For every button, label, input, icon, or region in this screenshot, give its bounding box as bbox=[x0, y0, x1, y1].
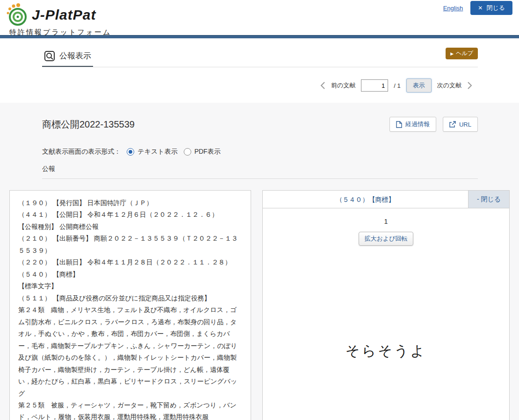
url-button[interactable]: URL bbox=[443, 117, 478, 132]
gazette-line: 【標準文字】 bbox=[18, 280, 242, 292]
display-format-label: 文献表示画面の表示形式： bbox=[42, 148, 121, 156]
gazette-section-divider: 公報 bbox=[42, 164, 478, 179]
progress-info-button[interactable]: 経過情報 bbox=[389, 117, 436, 132]
radio-text-display[interactable]: テキスト表示 bbox=[127, 148, 177, 156]
progress-info-label: 経過情報 bbox=[405, 120, 430, 128]
jplatpat-logo-icon bbox=[5, 3, 29, 27]
gazette-line: （５１１） 【商品及び役務の区分並びに指定商品又は指定役務】 bbox=[18, 292, 242, 304]
tab-label: 公報表示 bbox=[59, 50, 91, 61]
url-button-label: URL bbox=[459, 121, 471, 128]
page-title: 商標公開2022-135539 bbox=[42, 118, 135, 131]
help-button[interactable]: ▶ ヘルプ bbox=[446, 48, 478, 59]
main-content: 商標公開2022-135539 経過情報 URL 文献表示 bbox=[0, 103, 519, 420]
next-document-link[interactable]: 次の文献 bbox=[437, 81, 461, 90]
close-button-label: 閉じる bbox=[486, 4, 505, 12]
english-link[interactable]: English bbox=[443, 5, 463, 12]
tab-gazette-display[interactable]: 公報表示 bbox=[42, 46, 93, 67]
logo-title: J-PlatPat bbox=[32, 7, 96, 23]
gazette-line: （４４１） 【公開日】 令和４年１２月６日（２０２２．１２．６） bbox=[18, 209, 242, 221]
panel-close-button[interactable]: - 閉じる bbox=[468, 191, 509, 208]
page-number-input[interactable] bbox=[361, 79, 388, 92]
help-button-label: ヘルプ bbox=[456, 50, 473, 57]
document-pager: 前の文献 / 1 表示 次の文献 bbox=[0, 78, 472, 103]
page-total-label: / 1 bbox=[394, 82, 400, 89]
show-button[interactable]: 表示 bbox=[406, 78, 432, 93]
gazette-text-panel: （１９０） 【発行国】 日本国特許庁（ＪＰ） （４４１） 【公開日】 令和４年１… bbox=[9, 190, 251, 420]
trademark-text: そらそうよ bbox=[263, 342, 509, 361]
toolbar-section: 公報表示 ▶ ヘルプ 前の文献 / 1 表示 次の文献 bbox=[0, 38, 519, 103]
gazette-line: （２１０） 【出願番号】 商願２０２２－１３５５３９（Ｔ２０２２－１３５５３９） bbox=[18, 233, 242, 256]
jplatpat-logo[interactable]: J-PlatPat 特許情報プラットフォーム bbox=[5, 3, 111, 37]
gazette-section-label: 公報 bbox=[42, 165, 55, 172]
radio-unselected-icon[interactable] bbox=[184, 148, 191, 156]
logo-subtitle: 特許情報プラットフォーム bbox=[9, 28, 111, 37]
display-format-row: 文献表示画面の表示形式： テキスト表示 PDF表示 bbox=[42, 148, 477, 156]
document-icon bbox=[396, 121, 402, 128]
image-number: 1 bbox=[263, 218, 509, 225]
gazette-line: 【公報種別】 公開商標公報 bbox=[18, 221, 242, 233]
chevron-right-icon bbox=[467, 82, 472, 89]
tab-row: 公報表示 ▶ ヘルプ bbox=[42, 46, 478, 67]
radio-selected-icon[interactable] bbox=[127, 148, 134, 156]
app-header: J-PlatPat 特許情報プラットフォーム English ✕ 閉じる bbox=[0, 0, 519, 35]
close-icon: ✕ bbox=[478, 5, 483, 11]
radio-pdf-display[interactable]: PDF表示 bbox=[184, 148, 221, 156]
trademark-panel-title: （５４０）【商標】 bbox=[263, 191, 468, 208]
radio-pdf-label: PDF表示 bbox=[195, 148, 221, 156]
gazette-line: （１９０） 【発行国】 日本国特許庁（ＪＰ） bbox=[18, 197, 242, 209]
gazette-line: （２２０） 【出願日】 令和４年１１月２８日（２０２２．１１．２８） bbox=[18, 256, 242, 268]
chevron-left-icon bbox=[320, 82, 325, 89]
radio-text-label: テキスト表示 bbox=[137, 148, 177, 156]
search-document-icon bbox=[44, 50, 55, 62]
gazette-line: （５４０） 【商標】 bbox=[18, 269, 242, 280]
help-arrow-icon: ▶ bbox=[450, 51, 454, 56]
zoom-rotate-button[interactable]: 拡大および回転 bbox=[359, 232, 414, 246]
close-window-button[interactable]: ✕ 閉じる bbox=[470, 1, 512, 15]
gazette-line: 第２４類 織物，メリヤス生地，フェルト及び不織布，オイルクロス，ゴム引防水布，ビ… bbox=[18, 304, 242, 399]
share-icon bbox=[449, 121, 456, 128]
trademark-panel: （５４０）【商標】 - 閉じる 1 拡大および回転 そらそうよ bbox=[262, 190, 510, 420]
gazette-line: 第２５類 被服，ティーシャツ，ガーター，靴下留め，ズボンつり，バンド，ベルト，履… bbox=[18, 399, 242, 420]
previous-document-link[interactable]: 前の文献 bbox=[331, 81, 355, 90]
